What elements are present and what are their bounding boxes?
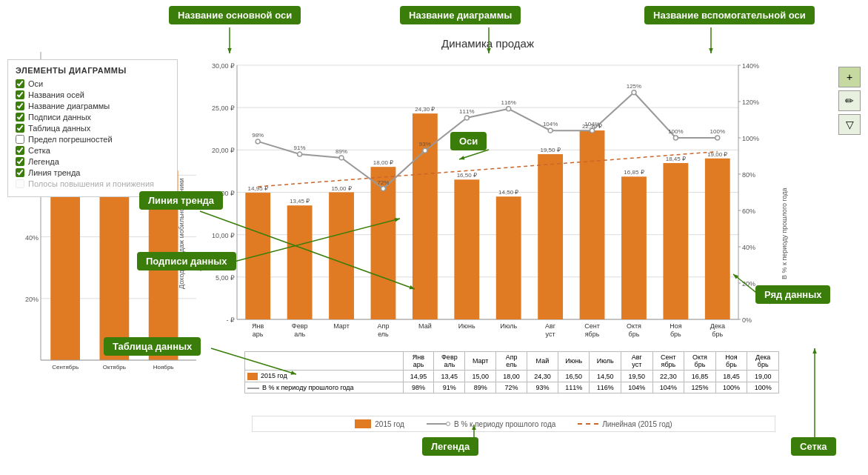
table-cell: 24,30 (527, 371, 558, 382)
svg-text:аль: аль (294, 330, 305, 338)
svg-text:брь: брь (629, 330, 640, 338)
svg-text:брь: брь (712, 330, 723, 338)
element-label: Легенда (28, 157, 59, 166)
svg-text:16,50 ₽: 16,50 ₽ (457, 172, 477, 179)
svg-text:104%: 104% (543, 121, 558, 127)
filter-button[interactable]: ▽ (838, 114, 861, 135)
edit-button[interactable]: ✏ (838, 90, 861, 111)
chart-container: Динамика продаж - ₽5,00 ₽10,00 ₽15,00 ₽2… (196, 33, 779, 360)
element-label: Названия осей (28, 90, 84, 99)
svg-text:Ноябрь: Ноябрь (153, 364, 174, 371)
table-cell: 100% (715, 382, 747, 393)
svg-text:20,00 ₽: 20,00 ₽ (212, 147, 235, 154)
svg-text:60%: 60% (742, 207, 755, 215)
svg-text:20%: 20% (25, 296, 39, 303)
legend-label: В % к периоду прошлого года (454, 420, 555, 428)
svg-text:30,00 ₽: 30,00 ₽ (212, 62, 235, 70)
svg-rect-51 (621, 176, 647, 319)
svg-text:Март: Март (333, 322, 350, 330)
table-cell: 116% (590, 382, 621, 393)
svg-text:Октя: Октя (627, 322, 641, 330)
svg-text:72%: 72% (377, 179, 389, 186)
table-cell: 104% (621, 382, 653, 393)
legend-item: В % к периоду прошлого года (427, 420, 555, 428)
svg-text:40%: 40% (742, 244, 755, 251)
data-table-container: ЯнварьФевральМартАпрельМайИюньИюльАвгуст… (244, 351, 779, 393)
svg-text:- ₽: - ₽ (227, 316, 236, 324)
add-element-button[interactable]: + (838, 67, 861, 87)
element-checkbox[interactable] (16, 79, 24, 88)
svg-rect-35 (287, 205, 313, 319)
element-checkbox[interactable] (16, 135, 24, 144)
svg-text:100%: 100% (710, 128, 725, 135)
element-checkbox[interactable] (16, 124, 24, 133)
svg-text:25,00 ₽: 25,00 ₽ (212, 104, 235, 112)
svg-text:24,30 ₽: 24,30 ₽ (415, 106, 435, 113)
element-item: Линия тренда (16, 168, 170, 177)
right-buttons: + ✏ ▽ (838, 67, 861, 135)
callout-legend: Легенда (422, 437, 478, 456)
callout-data-labels: Подписи данных (137, 252, 236, 270)
svg-text:13,45 ₽: 13,45 ₽ (290, 198, 310, 205)
legend-item: Линейная (2015 год) (578, 420, 672, 428)
svg-text:40%: 40% (25, 234, 39, 242)
element-checkbox[interactable] (16, 90, 24, 99)
svg-point-87 (464, 116, 469, 120)
svg-text:19,50 ₽: 19,50 ₽ (541, 147, 561, 153)
element-item: Названия осей (16, 90, 170, 99)
callout-axes: Оси (450, 132, 487, 150)
table-cell: 111% (558, 382, 590, 393)
svg-text:80%: 80% (742, 171, 755, 179)
elements-panel-title: ЭЛЕМЕНТЫ ДИАГРАММЫ (16, 66, 170, 75)
element-checkbox[interactable] (16, 168, 24, 177)
element-label: Линия тренда (28, 168, 80, 177)
table-header-month: Июль (590, 352, 621, 371)
table-header-month: Декабрь (747, 352, 779, 371)
svg-point-93 (590, 128, 595, 133)
svg-point-77 (256, 139, 260, 144)
svg-text:100%: 100% (668, 128, 683, 135)
svg-text:арь: арь (253, 330, 264, 338)
element-item: Название диаграммы (16, 102, 170, 110)
element-checkbox[interactable] (16, 102, 24, 110)
svg-text:Июнь: Июнь (458, 322, 475, 330)
svg-text:14,50 ₽: 14,50 ₽ (498, 189, 518, 196)
chart-title: Динамика продаж (233, 37, 742, 50)
element-item: Оси (16, 79, 170, 88)
svg-text:брь: брь (670, 330, 681, 338)
table-cell: 100% (747, 382, 779, 393)
callout-main-axis: Название основной оси (169, 6, 301, 24)
legend-label: Линейная (2015 год) (602, 420, 672, 428)
svg-text:5,00 ₽: 5,00 ₽ (216, 274, 235, 282)
svg-text:18,45 ₽: 18,45 ₽ (666, 156, 686, 162)
svg-point-97 (673, 136, 678, 140)
svg-text:ель: ель (378, 330, 389, 338)
svg-text:Октябрь: Октябрь (103, 364, 126, 371)
svg-point-91 (548, 128, 552, 133)
svg-rect-55 (705, 159, 730, 319)
element-checkbox[interactable] (16, 113, 24, 122)
element-item: Таблица данных (16, 124, 170, 133)
legend-item: 2015 год (355, 419, 404, 428)
table-header-month: Ноябрь (715, 352, 747, 371)
callout-trend-line: Линия тренда (139, 191, 223, 210)
svg-text:91%: 91% (294, 145, 306, 151)
svg-text:Февр: Февр (292, 322, 308, 330)
element-checkbox[interactable] (16, 146, 24, 155)
element-item: Подписи данных (16, 113, 170, 122)
table-cell: 72% (496, 382, 527, 393)
y-axis-right-label: В % к периоду прошлого года (781, 89, 788, 379)
svg-text:Апр: Апр (378, 322, 390, 330)
table-cell: 19,50 (621, 371, 653, 382)
element-label: Подписи данных (28, 113, 91, 122)
element-label: Предел погрешностей (28, 135, 113, 144)
table-cell: 16,85 (684, 371, 716, 382)
svg-text:100%: 100% (742, 135, 759, 142)
element-checkbox[interactable] (16, 179, 24, 188)
legend-container: 2015 годВ % к периоду прошлого годаЛиней… (252, 416, 775, 432)
svg-rect-53 (663, 163, 688, 319)
table-cell: 125% (684, 382, 716, 393)
element-checkbox[interactable] (16, 157, 24, 166)
svg-text:Янв: Янв (252, 322, 264, 330)
svg-text:Дека: Дека (710, 322, 725, 330)
